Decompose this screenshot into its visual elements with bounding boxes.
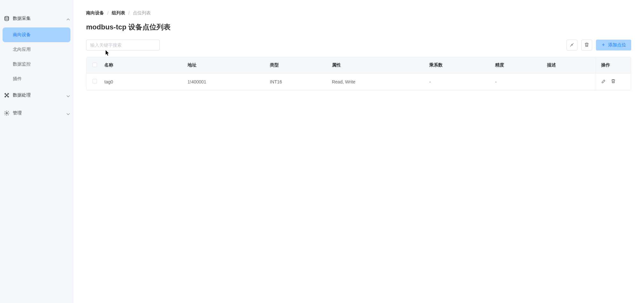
broom-icon xyxy=(569,42,575,48)
sidebar-item-north-apps[interactable]: 北向应用 xyxy=(3,42,70,57)
row-actions xyxy=(601,79,627,85)
flow-icon xyxy=(4,92,10,98)
gear-icon xyxy=(4,110,10,116)
menu-label: 数据处理 xyxy=(13,92,31,98)
svg-point-1 xyxy=(5,93,6,94)
cell-attribute: Read, Write xyxy=(328,74,426,90)
cell-name: tag0 xyxy=(101,74,184,90)
column-header-address: 地址 xyxy=(184,57,266,74)
menu-group-admin: 管理 xyxy=(0,104,73,122)
column-header-multiplier: 乘系数 xyxy=(425,57,491,74)
edit-icon[interactable] xyxy=(601,79,606,85)
delete-button[interactable] xyxy=(581,40,592,50)
menu-label: 管理 xyxy=(13,110,22,116)
sidebar-item-label: 北向应用 xyxy=(13,47,31,52)
column-header-checkbox xyxy=(86,57,101,74)
svg-point-2 xyxy=(8,93,9,94)
sidebar-item-plugins[interactable]: 插件 xyxy=(3,72,70,86)
search-input[interactable] xyxy=(86,40,160,50)
cell-address: 1!400001 xyxy=(184,74,266,90)
sidebar-item-label: 插件 xyxy=(13,76,22,82)
svg-point-4 xyxy=(8,96,9,97)
svg-point-0 xyxy=(5,16,9,18)
row-checkbox[interactable] xyxy=(93,79,97,83)
database-icon xyxy=(4,16,10,21)
sidebar-item-south-devices[interactable]: 南向设备 xyxy=(3,27,70,42)
menu-header-data-processing[interactable]: 数据处理 xyxy=(0,86,73,104)
breadcrumb-group-list[interactable]: 组列表 xyxy=(112,10,125,16)
column-header-actions: 操作 xyxy=(596,57,631,74)
sidebar: 数据采集 南向设备 北向应用 数据监控 插件 xyxy=(0,0,73,303)
svg-point-5 xyxy=(6,95,7,96)
submenu-data-collection: 南向设备 北向应用 数据监控 插件 xyxy=(0,27,73,86)
column-header-description: 描述 xyxy=(543,57,596,74)
menu-header-data-collection[interactable]: 数据采集 xyxy=(0,10,73,27)
plus-icon xyxy=(601,43,608,48)
select-all-checkbox[interactable] xyxy=(93,63,97,67)
svg-point-6 xyxy=(6,113,8,114)
sidebar-item-label: 南向设备 xyxy=(13,32,31,38)
toolbar: 添加点位 xyxy=(86,40,631,50)
page-title: modbus-tcp 设备点位列表 xyxy=(86,22,631,32)
tags-table: 名称 地址 类型 属性 乘系数 精度 描述 操作 tag0 1!400001 xyxy=(86,57,631,90)
breadcrumb-separator: / xyxy=(128,11,130,16)
menu-header-admin[interactable]: 管理 xyxy=(0,104,73,122)
cell-description xyxy=(543,74,596,90)
chevron-down-icon xyxy=(65,111,69,115)
column-header-precision: 精度 xyxy=(491,57,543,74)
menu-label: 数据采集 xyxy=(13,16,31,21)
delete-icon[interactable] xyxy=(611,79,616,85)
breadcrumb-south-devices[interactable]: 南向设备 xyxy=(86,10,104,16)
column-header-type: 类型 xyxy=(266,57,328,74)
menu-group-collection: 数据采集 南向设备 北向应用 数据监控 插件 xyxy=(0,0,73,86)
sidebar-item-label: 数据监控 xyxy=(13,61,31,67)
breadcrumb-separator: / xyxy=(107,11,109,16)
chevron-down-icon xyxy=(65,93,69,97)
column-header-name: 名称 xyxy=(101,57,184,74)
cell-type: INT16 xyxy=(266,74,328,90)
menu-group-processing: 数据处理 xyxy=(0,86,73,104)
breadcrumb: 南向设备 / 组列表 / 点位列表 xyxy=(86,10,631,16)
trash-icon xyxy=(584,42,589,48)
table-row: tag0 1!400001 INT16 Read, Write - - xyxy=(86,74,631,90)
clear-button[interactable] xyxy=(567,40,577,50)
sidebar-item-data-monitor[interactable]: 数据监控 xyxy=(3,57,70,72)
cell-precision: - xyxy=(491,74,543,90)
table-header-row: 名称 地址 类型 属性 乘系数 精度 描述 操作 xyxy=(86,57,631,74)
chevron-up-icon xyxy=(65,17,69,20)
button-label: 添加点位 xyxy=(608,42,626,48)
svg-point-3 xyxy=(5,96,6,97)
column-header-attribute: 属性 xyxy=(328,57,426,74)
breadcrumb-current: 点位列表 xyxy=(133,10,151,16)
add-tag-button[interactable]: 添加点位 xyxy=(596,40,631,50)
main-content: 南向设备 / 组列表 / 点位列表 modbus-tcp 设备点位列表 xyxy=(73,0,644,303)
cell-multiplier: - xyxy=(425,74,491,90)
